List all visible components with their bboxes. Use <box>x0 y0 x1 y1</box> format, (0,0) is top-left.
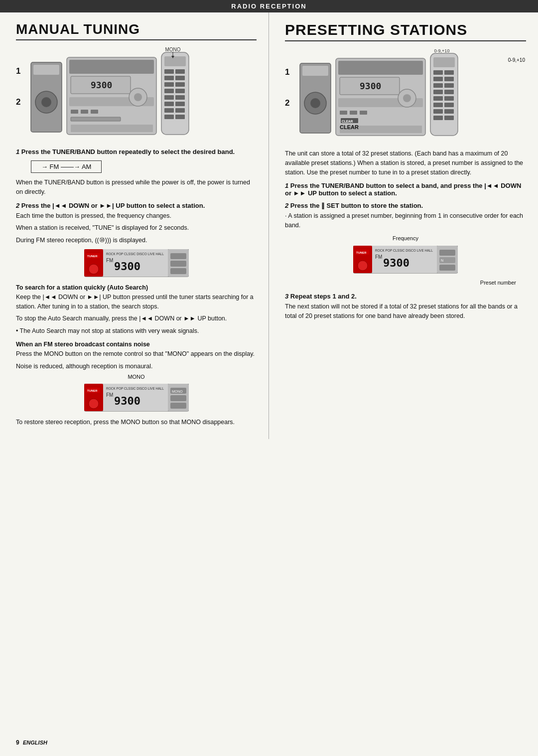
step2-line2: When a station is received, "TUNE" is di… <box>16 223 257 233</box>
svg-rect-83 <box>433 70 443 75</box>
left-device-illustration: 1 2 9300 <box>16 47 257 141</box>
step2-number: 2 <box>16 202 19 209</box>
display-svg-right: ROCK POP CLSSIC DISCO LIVE HALL FM 9300 … <box>353 246 458 276</box>
svg-rect-46 <box>170 268 186 274</box>
page-lang: ENGLISH <box>23 740 47 746</box>
svg-text:MONO: MONO <box>165 47 180 52</box>
svg-rect-5 <box>69 60 154 74</box>
presetting-stations-title: PRESETTING STATIONS <box>285 21 526 41</box>
svg-text:ROCK POP CLSSIC DISCO LIVE HAL: ROCK POP CLSSIC DISCO LIVE HALL <box>106 252 164 256</box>
right-step1-number: 1 <box>285 182 288 189</box>
svg-rect-33 <box>175 115 185 119</box>
svg-rect-92 <box>444 96 454 101</box>
svg-rect-93 <box>433 103 443 107</box>
svg-point-63 <box>89 399 99 409</box>
svg-text:0-9,+10: 0-9,+10 <box>434 48 450 53</box>
autosearch-line3: • The Auto Search may not stop at statio… <box>16 326 257 336</box>
svg-rect-84 <box>444 70 454 75</box>
header-title: RADIO RECEPTION <box>231 2 306 10</box>
header-bar: RADIO RECEPTION <box>0 0 538 12</box>
right-step3-text: Repeat steps 1 and 2. <box>290 293 357 300</box>
svg-text:FM: FM <box>106 258 113 263</box>
svg-rect-29 <box>175 102 185 106</box>
svg-rect-20 <box>164 76 174 80</box>
svg-rect-77 <box>360 111 367 115</box>
label-0910: 0-9,+10 <box>508 57 525 63</box>
step1-label-left: 1 <box>16 66 20 76</box>
svg-rect-13 <box>91 110 98 114</box>
frequency-label: Frequency <box>393 235 418 241</box>
step1-heading: 1 Press the TUNER/BAND button repeatedly… <box>16 148 257 155</box>
svg-rect-15 <box>71 125 153 132</box>
svg-rect-28 <box>164 102 174 106</box>
svg-rect-88 <box>444 83 454 88</box>
step2-line3: During FM stereo reception, ((⑩))) is di… <box>16 236 257 245</box>
svg-text:ROCK POP CLSSIC DISCO LIVE HAL: ROCK POP CLSSIC DISCO LIVE HALL <box>375 249 433 252</box>
svg-rect-45 <box>170 261 186 267</box>
right-intro: The unit can store a total of 32 preset … <box>285 149 526 177</box>
svg-text:ROCK POP CLSSIC DISCO LIVE HAL: ROCK POP CLSSIC DISCO LIVE HALL <box>106 387 164 390</box>
right-step2-text: Press the ‖ SET button to store the stat… <box>290 202 423 209</box>
svg-rect-26 <box>164 95 174 100</box>
svg-rect-19 <box>175 69 185 74</box>
svg-rect-95 <box>433 109 443 114</box>
frequency-label-container: Frequency <box>285 234 526 242</box>
svg-text:TUNER: TUNER <box>87 255 98 258</box>
autosearch-heading: To search for a station quickly (Auto Se… <box>16 284 257 291</box>
svg-rect-82 <box>433 57 455 67</box>
svg-rect-22 <box>164 82 174 87</box>
svg-rect-87 <box>433 83 443 88</box>
right-step2-heading: 2 Press the ‖ SET button to store the st… <box>285 202 526 209</box>
mono-label: MONO <box>128 374 144 380</box>
svg-text:N: N <box>441 259 443 262</box>
svg-point-2 <box>41 97 51 107</box>
display-illustration-2: ROCK POP CLSSIC DISCO LIVE HALL FM 9300 … <box>16 384 257 414</box>
right-step1-heading: 1 Press the TUNER/BAND button to select … <box>285 182 526 197</box>
svg-rect-90 <box>444 90 454 94</box>
two-column-layout: MANUAL TUNING 1 2 <box>0 12 538 439</box>
step1-text: Press the TUNER/BAND button repeatedly t… <box>21 148 235 155</box>
right-device-illustration: 1 2 9300 <box>285 48 526 142</box>
right-step3-heading: 3 Repeat steps 1 and 2. <box>285 293 526 300</box>
svg-rect-17 <box>164 56 186 66</box>
svg-text:MONO: MONO <box>172 390 183 393</box>
svg-rect-75 <box>340 111 347 115</box>
svg-text:9300: 9300 <box>114 260 140 273</box>
right-column: PRESETTING STATIONS 1 2 9300 <box>269 12 538 439</box>
step1-note: When the TUNER/BAND button is pressed wh… <box>16 178 257 197</box>
clear-label: CLEAR <box>340 124 359 130</box>
fm-stereo-line2: Noise is reduced, although reception is … <box>16 362 257 371</box>
svg-rect-60 <box>170 403 186 409</box>
svg-rect-69 <box>338 61 423 75</box>
page-container: RADIO RECEPTION MANUAL TUNING 1 2 <box>0 0 538 756</box>
svg-text:9300: 9300 <box>91 80 112 90</box>
svg-rect-97 <box>433 116 443 120</box>
right-step2-number: 2 <box>285 202 288 209</box>
step1-label-right: 1 <box>285 67 289 77</box>
step2-text: Press the |◄◄ DOWN or ►►| UP button to s… <box>21 202 205 209</box>
svg-point-113 <box>358 261 368 271</box>
svg-text:CLEAR: CLEAR <box>342 120 353 123</box>
mono-label-container: MONO <box>16 374 257 380</box>
svg-rect-32 <box>164 115 174 119</box>
autosearch-line1: Keep the |◄◄ DOWN or ►►| UP button press… <box>16 293 257 311</box>
display-illustration-1: ROCK POP CLSSIC DISCO LIVE HALL FM 9300 … <box>16 249 257 279</box>
svg-point-49 <box>89 264 99 274</box>
svg-rect-86 <box>444 77 454 81</box>
svg-rect-44 <box>170 253 186 259</box>
svg-rect-89 <box>433 90 443 94</box>
preset-number-label: Preset number <box>285 280 516 286</box>
fmam-text: → FM ——→ AM <box>41 163 91 170</box>
svg-rect-76 <box>350 111 357 115</box>
svg-rect-25 <box>175 89 185 93</box>
svg-rect-3 <box>33 65 59 75</box>
svg-point-10 <box>134 93 142 101</box>
manual-tuning-title: MANUAL TUNING <box>16 21 257 40</box>
display-svg-1: ROCK POP CLSSIC DISCO LIVE HALL FM 9300 … <box>84 249 189 279</box>
svg-text:FM: FM <box>375 254 382 260</box>
svg-rect-67 <box>302 66 328 76</box>
svg-rect-94 <box>444 103 454 107</box>
display-illustration-right: ROCK POP CLSSIC DISCO LIVE HALL FM 9300 … <box>285 246 526 276</box>
autosearch-line2: To stop the Auto Search manually, press … <box>16 314 257 323</box>
svg-rect-18 <box>164 69 174 74</box>
